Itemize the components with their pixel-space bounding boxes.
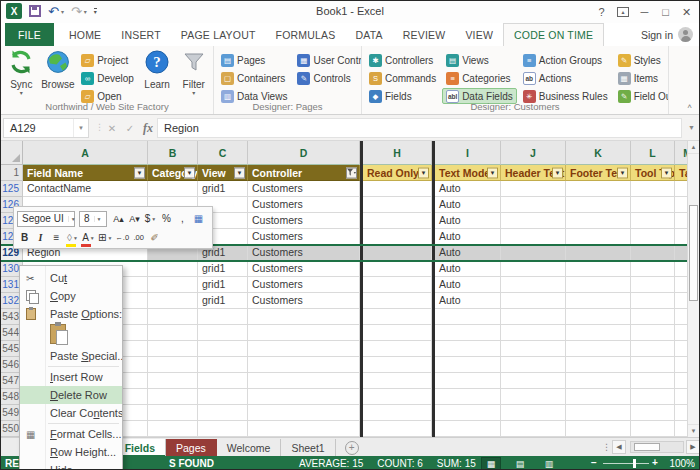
format-painter-button[interactable]: ✐ (147, 230, 162, 246)
cell-K548[interactable] (566, 389, 631, 405)
save-icon[interactable] (29, 5, 41, 17)
italic-button[interactable]: I (33, 230, 48, 246)
cell-C545[interactable] (198, 341, 248, 357)
ribbon-tab-data[interactable]: DATA (346, 23, 393, 46)
zoom-out-button[interactable]: − (591, 457, 597, 468)
cell-K132[interactable] (566, 293, 631, 309)
cell-D545[interactable] (248, 341, 360, 357)
cell-I132[interactable]: Auto (435, 293, 501, 309)
cell-B545[interactable] (148, 341, 198, 357)
cell-H544[interactable] (363, 325, 432, 341)
menu-item-cut[interactable]: ✂Cut (20, 269, 122, 287)
minimize-button[interactable]: ─ (634, 1, 655, 23)
cell-D130[interactable]: Customers (248, 261, 360, 277)
header-cell-footer-text[interactable]: Footer Text▼ (566, 165, 631, 181)
ribbon-tab-formulas[interactable]: FORMULAS (266, 23, 346, 46)
scroll-left-icon[interactable]: ◀ (612, 440, 626, 454)
vertical-scrollbar[interactable]: ▲ ▼ (687, 141, 699, 437)
cell-K128[interactable] (566, 229, 631, 245)
redo-icon[interactable]: ↷ (71, 5, 82, 18)
categories-button[interactable]: ≡Categories (442, 70, 517, 86)
cell-K129[interactable] (566, 245, 631, 261)
menu-item-clear-contents[interactable]: Clear Contents (20, 404, 122, 422)
cell-A125[interactable]: ContactName (23, 181, 148, 197)
decrease-decimal-button[interactable]: .00 (131, 230, 146, 246)
cell-B549[interactable] (148, 405, 198, 421)
scroll-right-icon[interactable]: ▶ (686, 440, 700, 454)
cell-B132[interactable] (148, 293, 198, 309)
cell-K127[interactable] (566, 213, 631, 229)
header-cell-category[interactable]: Category▼ (148, 165, 198, 181)
cell-J125[interactable] (501, 181, 566, 197)
cell-B131[interactable] (148, 277, 198, 293)
select-all-button[interactable] (1, 141, 23, 165)
cell-J129[interactable] (501, 245, 566, 261)
items-button[interactable]: ▦Items (614, 70, 669, 86)
column-header-h[interactable]: H (363, 141, 432, 165)
vertical-scrollbar-thumb[interactable] (689, 205, 698, 301)
header-cell-header-text[interactable]: Header Text▼ (501, 165, 566, 181)
cell-L132[interactable] (631, 293, 675, 309)
menu-item-row-height[interactable]: Row Height... (20, 443, 122, 461)
sync-button[interactable]: Sync▾ (4, 48, 39, 96)
cell-H128[interactable] (363, 229, 432, 245)
font-color-button[interactable]: A▼ (81, 230, 96, 246)
ribbon-tab-code-on-time[interactable]: CODE ON TIME (503, 23, 604, 46)
cell-J549[interactable] (501, 405, 566, 421)
cell-L550[interactable] (631, 421, 675, 437)
cell-J132[interactable] (501, 293, 566, 309)
header-cell-controller[interactable]: Controller (248, 165, 360, 181)
insert-function-icon[interactable]: fx (139, 118, 157, 138)
cell-L549[interactable] (631, 405, 675, 421)
header-cell-read-only[interactable]: Read Only▼ (363, 165, 432, 181)
cell-L126[interactable] (631, 197, 675, 213)
header-cell-tool-tip[interactable]: Tool Tip▼ (631, 165, 675, 181)
containers-button[interactable]: ▢Containers (217, 70, 291, 86)
cell-J128[interactable] (501, 229, 566, 245)
cell-H545[interactable] (363, 341, 432, 357)
cell-C550[interactable] (198, 421, 248, 437)
develop-button[interactable]: ∞Develop (77, 70, 138, 86)
expand-formula-bar-icon[interactable]: ▼ (688, 124, 695, 131)
page-break-view-button[interactable]: ▥ (539, 457, 559, 470)
browse-button[interactable]: Browse (41, 48, 76, 90)
font-size-select[interactable]: 8▼ (79, 211, 107, 227)
menu-item-insert-row[interactable]: Insert Row (20, 368, 122, 386)
menu-item-copy[interactable]: Copy (20, 287, 122, 305)
column-header-i[interactable]: I (435, 141, 501, 165)
column-header-j[interactable]: J (501, 141, 566, 165)
cell-H131[interactable] (363, 277, 432, 293)
cell-I544[interactable] (435, 325, 501, 341)
column-header-a[interactable]: A (23, 141, 148, 165)
ribbon-tab-insert[interactable]: INSERT (111, 23, 171, 46)
cell-H550[interactable] (363, 421, 432, 437)
name-box[interactable]: A129 ▼ (3, 118, 89, 138)
menu-item-hide[interactable]: Hide (20, 461, 122, 470)
menu-item-delete-row[interactable]: Delete Row (20, 386, 122, 404)
ribbon-tab-page-layout[interactable]: PAGE LAYOUT (171, 23, 266, 46)
column-header-b[interactable]: B (148, 141, 198, 165)
filter-dropdown-icon[interactable]: ▼ (552, 167, 563, 178)
page-layout-view-button[interactable]: ▤ (510, 457, 530, 470)
cell-L547[interactable] (631, 373, 675, 389)
cell-L543[interactable] (631, 309, 675, 325)
menu-item-paste-options[interactable]: Paste Options: (20, 305, 122, 323)
center-align-button[interactable]: ≡ (49, 230, 64, 246)
cell-C132[interactable]: grid1 (198, 293, 248, 309)
undo-dropdown-icon[interactable]: ▾ (61, 8, 64, 15)
increase-decimal-button[interactable]: ←.0 (114, 230, 130, 246)
row-header-125[interactable]: 125 (1, 181, 23, 197)
cell-B544[interactable] (148, 325, 198, 341)
cell-K549[interactable] (566, 405, 631, 421)
sheet-tab-sheet1[interactable]: Sheet1 (281, 439, 335, 457)
ribbon-tab-file[interactable]: FILE (5, 23, 54, 46)
cancel-icon[interactable]: ✕ (103, 118, 121, 138)
enter-icon[interactable]: ✓ (121, 118, 139, 138)
cell-D125[interactable]: Customers (248, 181, 360, 197)
cell-D127[interactable]: Customers (248, 213, 360, 229)
cell-K130[interactable] (566, 261, 631, 277)
cell-H547[interactable] (363, 373, 432, 389)
customize-qat-icon[interactable]: ▾ (94, 8, 97, 15)
maximize-button[interactable]: □ (655, 1, 676, 23)
cell-H126[interactable] (363, 197, 432, 213)
